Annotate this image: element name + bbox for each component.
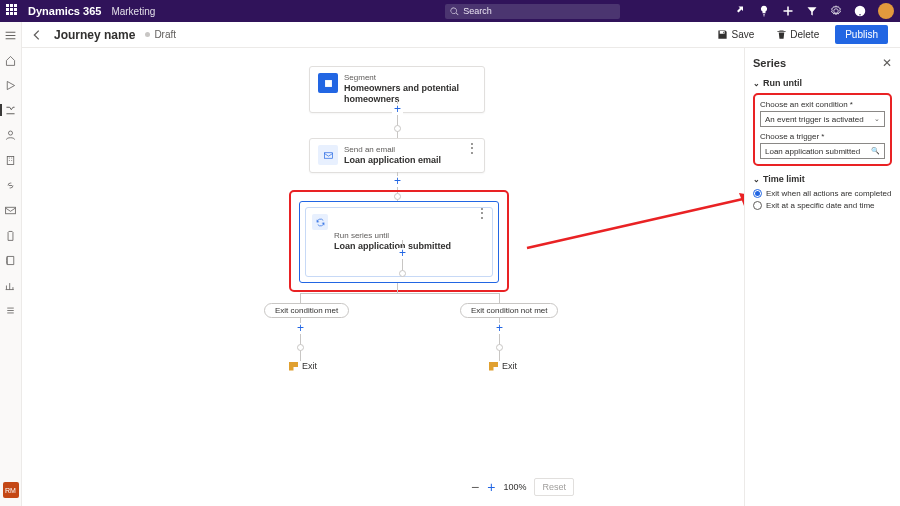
nav-settings[interactable]	[4, 303, 18, 317]
chevron-down-icon: ⌄	[753, 175, 760, 184]
radio-exit-all-actions[interactable]: Exit when all actions are completed	[753, 189, 892, 198]
svg-point-0	[8, 131, 12, 135]
filter-icon[interactable]	[806, 5, 818, 17]
series-node[interactable]: Run series until Loan application submit…	[299, 201, 499, 283]
svg-rect-4	[324, 152, 332, 158]
publish-button[interactable]: Publish	[835, 25, 888, 44]
zoom-in-button[interactable]: +	[487, 479, 495, 495]
connector	[300, 293, 500, 294]
zoom-level: 100%	[503, 482, 526, 492]
exit-label: Exit	[302, 361, 317, 371]
delete-button[interactable]: Delete	[770, 26, 825, 43]
add-step-button[interactable]: +	[295, 323, 306, 334]
nav-mail[interactable]	[4, 203, 18, 217]
email-title: Loan application email	[344, 155, 441, 167]
add-step-button[interactable]: +	[392, 176, 403, 187]
add-step-button[interactable]: +	[392, 104, 403, 115]
svg-line-5	[527, 199, 743, 248]
search-placeholder: Search	[463, 6, 492, 16]
add-icon[interactable]	[782, 5, 794, 17]
svg-rect-2	[6, 207, 16, 214]
zoom-out-button[interactable]: −	[471, 479, 479, 495]
email-node[interactable]: Send an email Loan application email ⋮	[309, 138, 485, 173]
nav-badge[interactable]: RM	[3, 482, 19, 498]
page-title: Journey name	[54, 28, 135, 42]
series-more-button[interactable]: ⋮	[476, 212, 488, 216]
status-dot	[145, 32, 150, 37]
save-button[interactable]: Save	[711, 26, 760, 43]
exit-right: Exit	[489, 361, 517, 371]
trigger-select[interactable]: Loan application submitted 🔍	[760, 143, 885, 159]
settings-icon[interactable]	[830, 5, 842, 17]
journey-canvas[interactable]: Segment Homeowners and potential homeown…	[22, 48, 744, 506]
highlight-box: Choose an exit condition * An event trig…	[753, 93, 892, 166]
section-time-limit[interactable]: ⌄Time limit	[753, 174, 892, 184]
share-icon[interactable]	[734, 5, 746, 17]
header-actions	[734, 3, 894, 19]
back-button[interactable]	[30, 28, 44, 42]
svg-rect-1	[7, 156, 14, 164]
flag-icon	[289, 362, 298, 371]
exit-condition-select[interactable]: An event trigger is activated ⌄	[760, 111, 885, 127]
avatar[interactable]	[878, 3, 894, 19]
search-input[interactable]: Search	[445, 4, 620, 19]
radio-exit-specific-date[interactable]: Exit at a specific date and time	[753, 201, 892, 210]
add-step-button[interactable]: +	[397, 248, 408, 259]
app-name: Dynamics 365	[28, 5, 101, 17]
exit-condition-label: Choose an exit condition *	[760, 100, 885, 109]
series-icon	[312, 214, 328, 230]
nav-people[interactable]	[4, 128, 18, 142]
connector-dot	[496, 344, 503, 351]
section-run-until[interactable]: ⌄Run until	[753, 78, 892, 88]
panel-heading: Series	[753, 57, 786, 69]
trigger-value: Loan application submitted	[765, 147, 860, 156]
help-icon[interactable]	[854, 5, 866, 17]
search-icon	[450, 7, 459, 16]
radio-label: Exit at a specific date and time	[766, 201, 875, 210]
radio-label: Exit when all actions are completed	[766, 189, 891, 198]
segment-icon	[318, 73, 338, 93]
exit-condition-value: An event trigger is activated	[765, 115, 864, 124]
connector-dot	[399, 270, 406, 277]
nav-journey[interactable]	[4, 103, 18, 117]
flag-icon	[489, 362, 498, 371]
chevron-down-icon: ⌄	[753, 79, 760, 88]
properties-panel: Series ✕ ⌄Run until Choose an exit condi…	[744, 48, 900, 506]
exit-not-met-pill: Exit condition not met	[460, 303, 558, 318]
radio-icon	[753, 189, 762, 198]
connector-dot	[297, 344, 304, 351]
close-panel-button[interactable]: ✕	[882, 56, 892, 70]
command-bar: Journey name Draft Save Delete Publish	[0, 22, 900, 48]
email-icon	[318, 145, 338, 165]
email-more-button[interactable]: ⋮	[466, 147, 478, 151]
nav-clip[interactable]	[4, 228, 18, 242]
connector	[397, 283, 398, 293]
connector-dot	[394, 125, 401, 132]
nav-chart[interactable]	[4, 278, 18, 292]
exit-met-pill: Exit condition met	[264, 303, 349, 318]
segment-title: Homeowners and potential homeowners	[344, 83, 476, 106]
nav-building[interactable]	[4, 153, 18, 167]
nav-link[interactable]	[4, 178, 18, 192]
nav-play[interactable]	[4, 78, 18, 92]
search-icon: 🔍	[871, 147, 880, 155]
series-title: Loan application submitted	[334, 241, 451, 253]
nav-book[interactable]	[4, 253, 18, 267]
radio-icon	[753, 201, 762, 210]
nav-menu[interactable]	[4, 28, 18, 42]
status-label: Draft	[154, 29, 176, 40]
zoom-controls: − + 100% Reset	[471, 478, 574, 496]
delete-label: Delete	[790, 29, 819, 40]
add-step-button[interactable]: +	[494, 323, 505, 334]
connector	[300, 293, 301, 303]
nav-home[interactable]	[4, 53, 18, 67]
module-name: Marketing	[111, 6, 155, 17]
save-label: Save	[731, 29, 754, 40]
email-label: Send an email	[344, 145, 441, 155]
lightbulb-icon[interactable]	[758, 5, 770, 17]
chevron-down-icon: ⌄	[874, 115, 880, 123]
section-label: Time limit	[763, 174, 805, 184]
app-launcher-icon[interactable]	[6, 4, 20, 18]
trigger-label: Choose a trigger *	[760, 132, 885, 141]
zoom-reset-button[interactable]: Reset	[534, 478, 574, 496]
